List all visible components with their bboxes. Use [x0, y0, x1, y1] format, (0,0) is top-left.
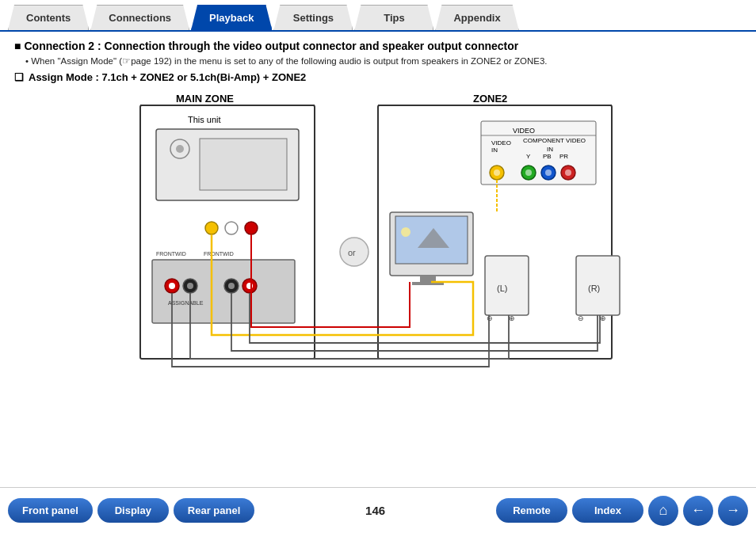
connection-diagram: MAIN ZONE This unit FRONTWID FRONTWID [109, 89, 647, 398]
svg-text:⊕: ⊕ [509, 314, 515, 322]
back-button[interactable]: ← [683, 496, 713, 526]
page-number: 146 [360, 504, 391, 517]
svg-point-16 [169, 283, 175, 289]
svg-text:IN: IN [547, 146, 553, 153]
svg-point-9 [205, 222, 218, 234]
svg-text:IN: IN [491, 147, 498, 154]
svg-text:ZONE2: ZONE2 [473, 93, 507, 105]
svg-rect-8 [200, 139, 287, 190]
home-button[interactable]: ⌂ [648, 496, 678, 526]
svg-point-20 [228, 283, 235, 289]
svg-text:VIDEO: VIDEO [491, 139, 511, 147]
svg-point-7 [176, 145, 184, 153]
section-title-text: Connection 2 : Connection through the vi… [24, 40, 518, 52]
index-button[interactable]: Index [572, 498, 643, 523]
svg-text:Y: Y [526, 153, 531, 160]
svg-text:MAIN ZONE: MAIN ZONE [176, 93, 234, 105]
tab-playback[interactable]: Playback [191, 5, 272, 30]
forward-button[interactable]: → [718, 496, 748, 526]
svg-text:⊖: ⊖ [487, 314, 493, 322]
svg-point-11 [245, 222, 258, 234]
assign-title: ❑ Assign Mode : 7.1ch + ZONE2 or 5.1ch(B… [14, 71, 742, 83]
tab-settings[interactable]: Settings [273, 5, 353, 30]
svg-text:PB: PB [543, 153, 552, 160]
svg-text:(L): (L) [497, 284, 507, 293]
svg-text:This unit: This unit [188, 115, 221, 124]
svg-point-45 [565, 169, 571, 176]
svg-point-41 [525, 169, 532, 176]
svg-point-39 [494, 169, 500, 176]
bottom-nav-left: Front panel Display Rear panel [8, 498, 254, 523]
svg-text:PR: PR [559, 153, 568, 160]
tab-appendix[interactable]: Appendix [435, 5, 518, 30]
section-icon: ■ [14, 40, 21, 52]
svg-point-10 [225, 222, 238, 234]
section-title: ■ Connection 2 : Connection through the … [14, 40, 742, 52]
icon-buttons: ⌂ ← → [648, 496, 748, 526]
display-button[interactable]: Display [97, 498, 169, 523]
rear-panel-button[interactable]: Rear panel [174, 498, 254, 523]
svg-text:VIDEO: VIDEO [513, 127, 535, 135]
svg-text:FRONTWID: FRONTWID [204, 251, 234, 257]
main-content: ■ Connection 2 : Connection through the … [0, 32, 756, 398]
bottom-nav-right: Remote Index ⌂ ← → [496, 496, 748, 526]
assign-check-icon: ❑ [14, 71, 24, 83]
front-panel-button[interactable]: Front panel [8, 498, 93, 523]
svg-point-43 [545, 169, 552, 176]
svg-text:FRONTWID: FRONTWID [156, 251, 186, 257]
assign-title-text: Assign Mode : 7.1ch + ZONE2 or 5.1ch(Bi-… [29, 71, 306, 83]
tab-tips[interactable]: Tips [354, 5, 433, 30]
tab-contents[interactable]: Contents [8, 5, 89, 30]
sub-note: • When "Assign Mode" (☞page 192) in the … [25, 55, 742, 67]
diagram-area: MAIN ZONE This unit FRONTWID FRONTWID [14, 89, 742, 398]
forward-icon: → [726, 502, 740, 519]
home-icon: ⌂ [659, 502, 668, 519]
svg-text:⊕: ⊕ [600, 314, 606, 322]
svg-text:ASSIGNABLE: ASSIGNABLE [168, 300, 204, 306]
nav-tabs: Contents Connections Playback Settings T… [0, 0, 756, 32]
svg-text:(R): (R) [588, 284, 600, 293]
svg-point-49 [401, 227, 410, 237]
tab-connections[interactable]: Connections [90, 5, 189, 30]
svg-text:COMPONENT VIDEO: COMPONENT VIDEO [523, 137, 586, 144]
svg-point-18 [187, 283, 193, 289]
svg-text:⊖: ⊖ [578, 314, 584, 322]
back-icon: ← [691, 502, 705, 519]
remote-button[interactable]: Remote [496, 498, 567, 523]
bottom-bar: Front panel Display Rear panel 146 Remot… [0, 487, 756, 533]
svg-text:or: or [348, 248, 356, 257]
